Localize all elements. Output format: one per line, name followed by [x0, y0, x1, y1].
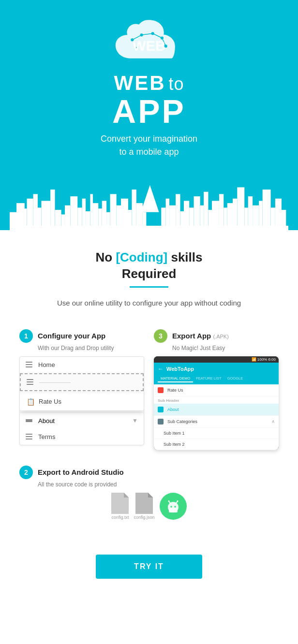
step1-subtitle: With our Drag and Drop utility	[38, 345, 144, 351]
svg-rect-27	[90, 194, 93, 230]
svg-rect-47	[194, 196, 200, 230]
to-text: to	[168, 74, 184, 94]
svg-text:WEB: WEB	[133, 38, 165, 54]
svg-rect-41	[166, 199, 169, 230]
menu-item-terms: Terms	[38, 433, 55, 440]
menu-mockup: Home ————— 📋 Rate Us	[19, 356, 144, 445]
phone-rate-us: Rate Us	[154, 384, 279, 396]
feature-step2: 2 Export to Android Studio All the sourc…	[15, 460, 283, 530]
try-it-button[interactable]: TRY IT	[96, 555, 202, 579]
chevron-down-icon: ▼	[132, 417, 138, 424]
cta-section: TRY IT	[0, 540, 298, 598]
cloud-logo-icon: WEB	[110, 19, 188, 68]
svg-point-76	[174, 506, 176, 508]
feature-step3: 3 Export App (.APK) No Magic! Just Easy …	[149, 323, 283, 460]
step2-subtitle: All the source code is provided	[38, 481, 279, 488]
step3-badge: 3	[154, 329, 167, 343]
svg-rect-65	[10, 226, 288, 230]
svg-marker-69	[148, 493, 153, 498]
content-section: No [Coding] skillsRequired Use our onlin…	[0, 230, 298, 540]
back-arrow-icon: ←	[158, 366, 164, 372]
svg-rect-43	[176, 194, 180, 230]
step2-badge: 2	[19, 466, 33, 479]
phone-tabs: MATERIAL DEMO FEATURE LIST GOOGLE	[154, 375, 279, 384]
step2-title: Export to Android Studio	[38, 468, 124, 476]
file-icons-row: config.txt config.json	[19, 493, 279, 520]
svg-point-73	[168, 500, 169, 502]
svg-rect-15	[27, 199, 33, 230]
heart-icon	[158, 387, 164, 393]
svg-rect-77	[169, 508, 178, 512]
svg-rect-23	[70, 196, 77, 230]
phone-subcategories: Sub Categories ∧	[154, 416, 279, 428]
phone-about: About	[154, 404, 279, 416]
phone-tab1: MATERIAL DEMO	[158, 375, 193, 382]
phone-mockup: 📶 100% 6:00 ← WebToApp MATERIAL DEMO FEA…	[154, 356, 279, 450]
app-text: APP	[112, 95, 186, 128]
svg-rect-32	[110, 194, 117, 230]
hamburger-icon	[26, 362, 32, 367]
svg-rect-63	[275, 199, 282, 230]
phone-header: ← WebToApp	[154, 363, 279, 375]
headline-underline	[130, 286, 168, 288]
menu-item-about: About	[38, 417, 55, 424]
svg-marker-39	[141, 185, 159, 212]
headline: No [Coding] skillsRequired	[15, 249, 283, 282]
android-studio-icon	[160, 493, 187, 520]
about-icon	[158, 407, 164, 412]
svg-rect-52	[219, 194, 224, 230]
phone-subheader: Sub Header	[154, 396, 279, 404]
menu-row-highlighted: —————	[20, 373, 144, 391]
hamburger-icon4	[26, 434, 32, 439]
config-txt-icon: config.txt	[111, 493, 129, 520]
menu-item-home: Home	[38, 361, 55, 368]
dropdown-rate-us-label: Rate Us	[39, 398, 61, 405]
phone-status-bar: 📶 100% 6:00	[154, 356, 279, 363]
headline-highlight: [Coding]	[116, 250, 167, 264]
svg-rect-34	[121, 199, 128, 230]
subheadline: Use our online utility to configure your…	[15, 297, 283, 309]
hamburger-icon3	[26, 419, 32, 422]
svg-rect-55	[233, 199, 237, 230]
web-text: WEB	[114, 72, 165, 95]
phone-tab3: GOOGLE	[224, 375, 246, 382]
hero-tagline: Convert your imagination to a mobile app	[101, 132, 197, 159]
features-grid: 1 Configure your App With our Drag and D…	[15, 323, 283, 530]
phone-body: Rate Us Sub Header About Sub Categories …	[154, 384, 279, 450]
step3-subtitle: No Magic! Just Easy	[172, 345, 279, 351]
file-svg-icon	[111, 493, 129, 514]
menu-row-home: Home	[20, 357, 144, 373]
expand-icon: ∧	[271, 419, 275, 424]
step3-apk: (.APK)	[213, 334, 228, 339]
svg-marker-67	[124, 493, 129, 498]
camera-icon	[158, 419, 164, 424]
phone-sub2: Sub Item 2	[154, 439, 279, 450]
hamburger-icon2	[27, 379, 33, 385]
svg-rect-19	[50, 190, 55, 230]
phone-status-text: 📶 100% 6:00	[252, 357, 276, 362]
menu-row-about: About ▼	[20, 412, 144, 429]
logo-area: WEB WEB to APP Convert your imagination …	[10, 19, 288, 168]
svg-rect-36	[132, 190, 136, 230]
android-logo-icon	[165, 498, 181, 514]
phone-app-name: WebToApp	[166, 366, 194, 372]
svg-rect-16	[33, 194, 38, 230]
skyline-icon	[10, 176, 288, 230]
svg-point-74	[177, 500, 178, 502]
step1-title: Configure your App	[38, 332, 105, 340]
svg-rect-56	[237, 187, 244, 230]
dropdown-rate-us: 📋 Rate Us	[20, 393, 144, 410]
phone-tab2: FEATURE LIST	[193, 375, 224, 382]
feature-step1: 1 Configure your App With our Drag and D…	[15, 323, 149, 460]
file-json-svg-icon	[135, 493, 153, 514]
svg-rect-49	[204, 192, 208, 230]
svg-point-75	[170, 506, 172, 508]
headline-plain: No	[95, 250, 116, 264]
config-json-icon: config.json	[134, 493, 155, 520]
svg-rect-58	[248, 196, 253, 230]
step1-badge: 1	[19, 329, 33, 343]
step3-title: Export App (.APK)	[172, 332, 229, 340]
phone-sub1: Sub Item 1	[154, 428, 279, 439]
dropdown-popup: 📋 Rate Us	[20, 393, 144, 410]
svg-rect-25	[82, 199, 86, 230]
